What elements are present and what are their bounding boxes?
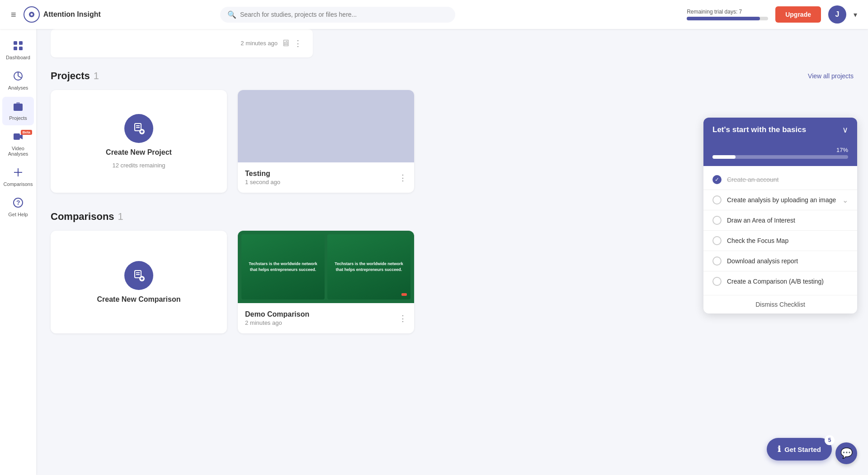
projects-icon	[13, 101, 23, 114]
create-project-label: Create New Project	[106, 148, 172, 157]
checklist-collapse-icon[interactable]: ∨	[842, 125, 848, 135]
dashboard-icon	[13, 41, 23, 53]
ci-label-check-focus: Check the Focus Map	[727, 237, 848, 244]
upgrade-button[interactable]: Upgrade	[775, 6, 821, 23]
projects-count: 1	[94, 70, 99, 82]
comparison-card-demo[interactable]: Techstars is the worldwide network that …	[238, 231, 414, 333]
project-thumbnail	[238, 90, 414, 162]
credits-remaining: 12 credits remaining	[112, 162, 165, 169]
create-project-card[interactable]: Create New Project 12 credits remaining	[51, 90, 227, 193]
ci-label-create-account: Create an account	[727, 176, 848, 183]
avatar-caret-icon[interactable]: ▾	[854, 10, 857, 19]
sidebar-label-dashboard: Dashboard	[6, 55, 30, 60]
sidebar-label-comparisons: Comparisons	[4, 181, 33, 187]
prev-item-time: 2 minutes ago	[241, 40, 278, 47]
ci-radio-create-analysis	[712, 195, 722, 204]
checklist-item-draw-area[interactable]: Draw an Area of Interest	[703, 210, 857, 231]
ci-label-create-comparison: Create a Comparison (A/B testing)	[727, 278, 848, 285]
logo-icon	[24, 6, 40, 23]
topnav: ≡ Attention Insight 🔍 Remaining trial da…	[0, 0, 868, 29]
ci-expand-create-analysis[interactable]: ⌄	[842, 196, 848, 204]
comparison-time: 2 minutes ago	[245, 319, 309, 326]
beta-badge: Beta	[21, 130, 32, 135]
svg-rect-8	[14, 104, 23, 111]
checklist-progress-pct: 17%	[836, 147, 848, 153]
checklist-item-create-comparison[interactable]: Create a Comparison (A/B testing)	[703, 271, 857, 291]
checklist-bar-fill	[712, 155, 736, 159]
ci-radio-draw-area	[712, 216, 722, 225]
sidebar-item-projects[interactable]: Projects	[2, 97, 34, 125]
svg-rect-6	[19, 47, 23, 50]
checklist-panel: Let's start with the basics ∨ 17% ✓ Crea…	[703, 118, 857, 314]
ci-radio-create-account: ✓	[712, 175, 722, 184]
avatar[interactable]: J	[828, 5, 846, 24]
ci-radio-check-focus	[712, 236, 722, 245]
ci-label-download-report: Download analysis report	[727, 257, 848, 265]
create-project-icon	[124, 114, 153, 143]
sidebar-item-analyses[interactable]: Analyses	[2, 66, 34, 95]
project-card-info: Testing 1 second ago ⋮	[238, 162, 414, 193]
hamburger-icon[interactable]: ≡	[11, 10, 16, 20]
search-bar: 🔍	[220, 7, 455, 23]
comparison-thumbnail: Techstars is the worldwide network that …	[238, 231, 414, 303]
sidebar-item-comparisons[interactable]: Comparisons	[2, 163, 34, 191]
checklist-item-check-focus[interactable]: Check the Focus Map	[703, 231, 857, 251]
sidebar-label-projects: Projects	[9, 115, 27, 121]
ci-label-create-analysis: Create analysis by uploading an image	[727, 196, 837, 204]
comparisons-icon	[13, 167, 23, 180]
comparisons-count: 1	[118, 211, 123, 223]
sidebar-label-analyses: Analyses	[8, 85, 28, 90]
sidebar-item-dashboard[interactable]: Dashboard	[2, 36, 34, 65]
checklist-items: ✓ Create an account Create analysis by u…	[703, 166, 857, 295]
checklist-dismiss-button[interactable]: Dismiss Checklist	[703, 295, 857, 314]
projects-title: Projects 1	[51, 70, 99, 82]
projects-section-header: Projects 1 View all projects	[51, 70, 854, 82]
svg-text:?: ?	[16, 199, 20, 206]
search-input[interactable]	[240, 11, 448, 18]
checklist-item-create-account[interactable]: ✓ Create an account	[703, 170, 857, 190]
project-name: Testing	[245, 170, 280, 178]
comparison-name: Demo Comparison	[245, 310, 309, 318]
checklist-title: Let's start with the basics	[712, 125, 806, 134]
ci-radio-download-report	[712, 256, 722, 266]
project-card-testing[interactable]: Testing 1 second ago ⋮	[238, 90, 414, 193]
comp-img-left: Techstars is the worldwide network that …	[241, 234, 325, 299]
comp-img-right: Techstars is the worldwide network that …	[327, 234, 410, 299]
monitor-icon: 🖥	[281, 38, 290, 48]
project-more-icon[interactable]: ⋮	[399, 173, 407, 183]
checklist-header: Let's start with the basics ∨	[703, 118, 857, 142]
sidebar-item-get-help[interactable]: ? Get Help	[2, 193, 34, 222]
trial-bar-fill	[687, 17, 760, 20]
prev-item-card: 2 minutes ago 🖥 ⋮	[51, 29, 313, 57]
checklist-bar-track	[712, 155, 848, 159]
get-help-icon: ?	[13, 198, 23, 210]
sidebar: Dashboard Analyses Projects Beta	[0, 29, 36, 352]
comp-badge	[401, 293, 407, 296]
project-time: 1 second ago	[245, 179, 280, 185]
create-comparison-icon	[124, 261, 153, 290]
comp-text-right: Techstars is the worldwide network that …	[327, 234, 410, 299]
sidebar-label-video-analyses: Video Analyses	[6, 146, 30, 157]
svg-rect-10	[14, 133, 20, 140]
svg-rect-9	[16, 102, 20, 104]
comp-text-left: Techstars is the worldwide network that …	[241, 234, 325, 299]
checklist-progress: 17%	[703, 142, 857, 166]
prev-item-more-icon[interactable]: ⋮	[294, 38, 302, 48]
checklist-item-download-report[interactable]: Download analysis report	[703, 251, 857, 271]
logo-text: Attention Insight	[43, 10, 101, 19]
ci-check-create-account: ✓	[715, 176, 719, 183]
comparison-card-info: Demo Comparison 2 minutes ago ⋮	[238, 303, 414, 333]
svg-point-2	[30, 14, 33, 16]
trial-label: Remaining trial days: 7	[687, 9, 768, 15]
create-comparison-label: Create New Comparison	[97, 295, 181, 304]
trial-bar-track	[687, 17, 768, 20]
view-all-projects-link[interactable]: View all projects	[808, 72, 854, 80]
logo-link[interactable]: Attention Insight	[24, 6, 101, 23]
checklist-item-create-analysis[interactable]: Create analysis by uploading an image ⌄	[703, 190, 857, 210]
create-comparison-card[interactable]: Create New Comparison	[51, 231, 227, 333]
sidebar-label-get-help: Get Help	[8, 212, 28, 217]
sidebar-item-video-analyses[interactable]: Beta Video Analyses	[2, 127, 34, 161]
comparison-more-icon[interactable]: ⋮	[399, 314, 407, 323]
search-icon: 🔍	[227, 10, 236, 19]
svg-rect-5	[14, 47, 17, 50]
